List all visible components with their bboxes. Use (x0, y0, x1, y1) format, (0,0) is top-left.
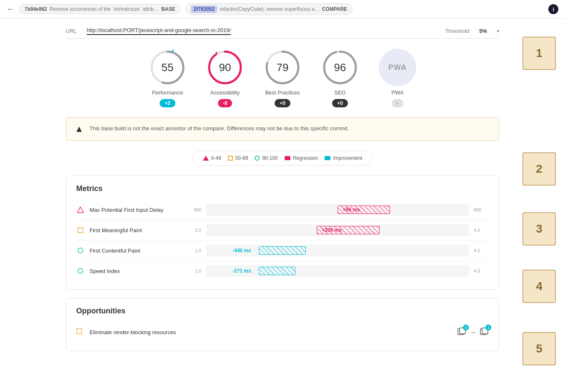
opp-actions-render-blocking: 2 → 1 (457, 327, 489, 337)
score-circle-accessibility: 90 (206, 49, 244, 86)
annotation-4: 4 (522, 270, 556, 303)
score-num-accessibility: 90 (219, 61, 231, 74)
metric-row-first-input-delay: Max Potential First Input Delay 300 +56 … (76, 200, 489, 220)
metric-name-first-meaningful-paint: First Meaningful Paint (90, 227, 181, 233)
metric-icon-speed-index (76, 267, 85, 275)
opp-arrow-icon: → (470, 329, 476, 336)
base-commit-hash: 7b94e962 (25, 6, 47, 12)
compare-commit-hash: 2f783052 (191, 5, 217, 13)
score-num-seo: 96 (334, 61, 346, 74)
legend-rect-cyan-icon (325, 156, 330, 160)
legend-circle-icon (255, 156, 260, 161)
opp-name-render-blocking: Eliminate render-blocking resources (90, 329, 452, 335)
metric-bar-label-2: -440 ms (232, 248, 251, 253)
legend-label-0-49: 0-49 (211, 155, 221, 161)
legend-item-improvement: Improvement (325, 155, 362, 161)
score-badge-performance: +2 (160, 99, 175, 107)
score-badge-best-practices: +0 (275, 99, 290, 107)
metric-bar-first-contentful-paint: -440 ms (206, 245, 469, 256)
score-badge-accessibility: -8 (218, 99, 232, 107)
metric-bar-label-1: +209 ms (322, 227, 342, 233)
opportunities-section: Opportunities Eliminate render-blocking … (66, 298, 499, 351)
metric-row-first-meaningful-paint: First Meaningful Paint 2.0 +209 ms 4.0 (76, 220, 489, 241)
score-label-performance: Performance (152, 89, 183, 96)
metric-max-speed-index: 4.0 (474, 268, 489, 273)
score-label-pwa: PWA (391, 89, 403, 96)
legend-row: 0-49 50-89 90-100 Regression Improvement (192, 151, 373, 166)
threshold-value: 5% (479, 28, 487, 34)
metric-name-speed-index: Speed Index (90, 268, 181, 274)
metric-bar-speed-index: -271 ms (206, 265, 469, 277)
metric-bar-fill-3 (259, 267, 295, 275)
warning-text: This base build is not the exact ancesto… (90, 124, 349, 133)
base-commit-tag: BASE (161, 6, 175, 12)
score-item-pwa: PWA PWA - (379, 49, 416, 107)
score-item-performance: 55 Performance +2 (149, 49, 186, 107)
main-content: URL http://localhost:PORT/javascript-and… (53, 19, 512, 368)
score-item-best-practices: 79 Best Practices +0 (264, 49, 301, 107)
annotation-5: 5 (522, 332, 556, 365)
legend-label-50-89: 50-89 (235, 155, 248, 161)
svg-point-13 (78, 268, 83, 273)
info-icon[interactable]: i (548, 4, 558, 14)
metric-max-first-input-delay: 600 (474, 207, 489, 212)
opp-compare-btn[interactable]: 1 (480, 327, 489, 337)
score-num-best-practices: 79 (277, 61, 289, 74)
base-commit-msg: Remove occurrences of the `intrinsicsize… (50, 6, 159, 12)
metric-min-speed-index: 1.0 (186, 268, 201, 273)
url-value: http://localhost:PORT/javascript-and-goo… (87, 27, 231, 35)
score-label-seo: SEO (334, 89, 345, 96)
url-bar: URL http://localhost:PORT/javascript-and… (66, 27, 499, 39)
metric-max-first-contentful-paint: 4.0 (474, 248, 489, 253)
score-badge-seo: +0 (332, 99, 348, 107)
legend-item-regression: Regression (285, 155, 318, 161)
legend-item-90-100: 90-100 (255, 155, 278, 161)
threshold-label: Threshold (445, 28, 469, 34)
back-button[interactable]: ← (7, 5, 14, 14)
metric-max-first-meaningful-paint: 4.0 (474, 228, 489, 233)
opp-icon-render-blocking (76, 328, 85, 337)
metric-icon-first-contentful-paint (76, 246, 85, 255)
svg-rect-11 (78, 228, 83, 233)
metric-bar-first-input-delay: +56 ms (206, 204, 469, 216)
metric-bar-label-3: -271 ms (232, 268, 251, 274)
opp-base-count: 2 (463, 325, 469, 330)
metric-min-first-meaningful-paint: 2.0 (186, 228, 201, 233)
score-circle-performance: 55 (149, 49, 186, 86)
legend-square-icon (228, 156, 233, 161)
annotation-1: 1 (522, 37, 556, 70)
metric-min-first-input-delay: 300 (186, 207, 201, 212)
svg-line-5 (216, 52, 218, 54)
compare-commit-pill[interactable]: 2f783052 refactor(CopyCode): remove supe… (185, 3, 352, 15)
metric-icon-first-meaningful-paint (76, 226, 85, 234)
score-label-accessibility: Accessibility (210, 89, 240, 96)
score-item-seo: 96 SEO +0 (321, 49, 359, 107)
legend-item-0-49: 0-49 (203, 155, 221, 161)
score-circle-seo: 96 (321, 49, 359, 86)
metric-name-first-contentful-paint: First Contentful Paint (90, 248, 181, 254)
compare-commit-tag: COMPARE (322, 6, 347, 12)
top-bar: ← 7b94e962 Remove occurrences of the `in… (0, 0, 565, 19)
score-item-accessibility: 90 Accessibility -8 (206, 49, 244, 107)
svg-marker-10 (78, 207, 83, 213)
pwa-circle: PWA (379, 49, 416, 86)
legend-item-50-89: 50-89 (228, 155, 248, 161)
legend-rect-pink-icon (285, 156, 290, 160)
metric-min-first-contentful-paint: 1.0 (186, 248, 201, 253)
metrics-section: Metrics Max Potential First Input Delay … (66, 176, 499, 290)
legend-label-regression: Regression (293, 155, 318, 161)
metrics-title: Metrics (76, 184, 489, 193)
warning-triangle-icon: ▲ (75, 124, 84, 134)
svg-rect-14 (77, 329, 82, 334)
base-commit-pill[interactable]: 7b94e962 Remove occurrences of the `intr… (19, 4, 180, 14)
threshold-dropdown-arrow[interactable]: ▾ (497, 29, 499, 33)
metric-bar-fill-2 (259, 246, 306, 255)
annotation-2: 2 (522, 152, 556, 186)
metric-name-first-input-delay: Max Potential First Input Delay (90, 207, 181, 213)
scores-row: 55 Performance +2 90 Accessibility (66, 49, 499, 107)
legend-label-90-100: 90-100 (262, 155, 278, 161)
opp-base-btn[interactable]: 2 (457, 327, 466, 337)
metric-bar-first-meaningful-paint: +209 ms (206, 224, 469, 236)
svg-line-2 (172, 50, 173, 52)
svg-point-12 (78, 248, 83, 253)
